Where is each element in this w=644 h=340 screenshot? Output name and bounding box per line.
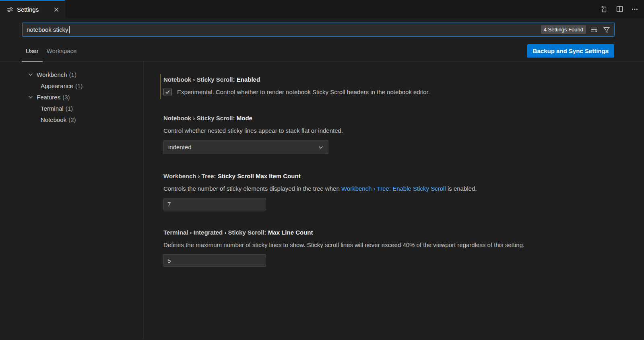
setting-title: Notebook › Sticky Scroll: Enabled [163, 76, 636, 83]
results-count-badge: 4 Settings Found [541, 25, 586, 34]
toc-count: (1) [66, 105, 73, 112]
tab-settings[interactable]: Settings [0, 0, 65, 18]
open-settings-json-icon[interactable] [600, 5, 609, 14]
search-actions: 4 Settings Found [541, 25, 611, 34]
scope-tab-user-label: User [26, 47, 39, 54]
toc-count: (3) [62, 94, 70, 101]
toc-label: Appearance [41, 82, 73, 89]
search-query-text: notebook sticky [27, 26, 68, 33]
backup-sync-settings-button[interactable]: Backup and Sync Settings [527, 44, 614, 58]
editor-tab-bar: Settings [0, 0, 644, 18]
tab-title: Settings [17, 6, 48, 13]
settings-list: Notebook › Sticky Scroll: Enabled Experi… [144, 62, 644, 340]
setting-category: Workbench › Tree: [163, 173, 216, 179]
setting-terminal-sticky-scroll-max-line-count: Terminal › Integrated › Sticky Scroll: M… [163, 229, 636, 267]
setting-category: Notebook › Sticky Scroll: [163, 115, 235, 122]
close-tab-icon[interactable] [52, 5, 61, 14]
setting-title: Workbench › Tree: Sticky Scroll Max Item… [163, 173, 636, 179]
settings-search-input[interactable]: notebook sticky 4 Settings Found [22, 23, 615, 37]
scope-tab-workspace-label: Workspace [47, 47, 77, 54]
toc-count: (1) [69, 71, 76, 78]
chevron-down-icon[interactable] [27, 94, 34, 100]
mode-select-dropdown[interactable]: indented [163, 140, 328, 154]
setting-tree-sticky-scroll-max-item-count: Workbench › Tree: Sticky Scroll Max Item… [163, 173, 636, 210]
editor-actions [600, 0, 639, 18]
setting-key: Sticky Scroll Max Item Count [218, 173, 301, 179]
setting-title: Notebook › Sticky Scroll: Mode [163, 115, 636, 122]
toc-label: Workbench [37, 71, 67, 78]
setting-title: Terminal › Integrated › Sticky Scroll: M… [163, 229, 636, 236]
clear-search-results-icon[interactable] [590, 25, 599, 34]
setting-key: Max Line Count [268, 229, 313, 236]
settings-scope-row: User Workspace Backup and Sync Settings [0, 40, 644, 62]
checkbox-checked[interactable] [163, 88, 172, 96]
settings-search-row: notebook sticky 4 Settings Found [0, 18, 644, 40]
max-item-count-input[interactable] [163, 198, 266, 210]
filter-icon[interactable] [602, 25, 611, 34]
scope-tab-workspace[interactable]: Workspace [43, 40, 81, 61]
toc-item-terminal[interactable]: Terminal (1) [0, 103, 143, 114]
toc-label: Features [37, 94, 60, 101]
toc-item-features[interactable]: Features (3) [0, 91, 143, 103]
max-line-count-input[interactable] [163, 254, 266, 267]
setting-description: Experimental. Control whether to render … [177, 88, 430, 96]
setting-notebook-sticky-scroll-mode: Notebook › Sticky Scroll: Mode Control w… [163, 115, 636, 154]
setting-category: Notebook › Sticky Scroll: [163, 76, 235, 83]
settings-sliders-icon [7, 6, 13, 13]
setting-description: Controls the number of sticky elements d… [163, 184, 636, 193]
select-selected-value: indented [168, 144, 192, 150]
chevron-down-icon[interactable] [27, 71, 34, 78]
more-actions-icon[interactable] [630, 5, 639, 14]
setting-description: Control whether nested sticky lines appe… [163, 126, 636, 135]
setting-description: Defines the maximum number of sticky lin… [163, 241, 636, 249]
description-text: is enabled. [446, 185, 477, 192]
setting-key: Mode [237, 115, 252, 122]
toc-count: (1) [75, 82, 83, 89]
settings-toc-tree: Workbench (1) Appearance (1) Features (3… [0, 62, 144, 340]
text-cursor [69, 26, 70, 33]
toc-label: Notebook [41, 116, 66, 123]
setting-category: Terminal › Integrated › Sticky Scroll: [163, 229, 266, 236]
toc-item-notebook[interactable]: Notebook (2) [0, 114, 143, 125]
toc-item-workbench[interactable]: Workbench (1) [0, 69, 143, 80]
setting-notebook-sticky-scroll-enabled: Notebook › Sticky Scroll: Enabled Experi… [163, 76, 636, 96]
toc-label: Terminal [41, 105, 64, 112]
setting-link[interactable]: Workbench › Tree: Enable Sticky Scroll [341, 185, 446, 192]
description-text: Controls the number of sticky elements d… [163, 185, 341, 192]
setting-key: Enabled [237, 76, 260, 83]
split-editor-icon[interactable] [615, 5, 624, 14]
chevron-down-icon [318, 144, 324, 150]
settings-editor-body: Workbench (1) Appearance (1) Features (3… [0, 62, 644, 340]
scope-tab-user[interactable]: User [22, 40, 43, 61]
toc-count: (2) [68, 116, 76, 123]
toc-item-appearance[interactable]: Appearance (1) [0, 80, 143, 91]
